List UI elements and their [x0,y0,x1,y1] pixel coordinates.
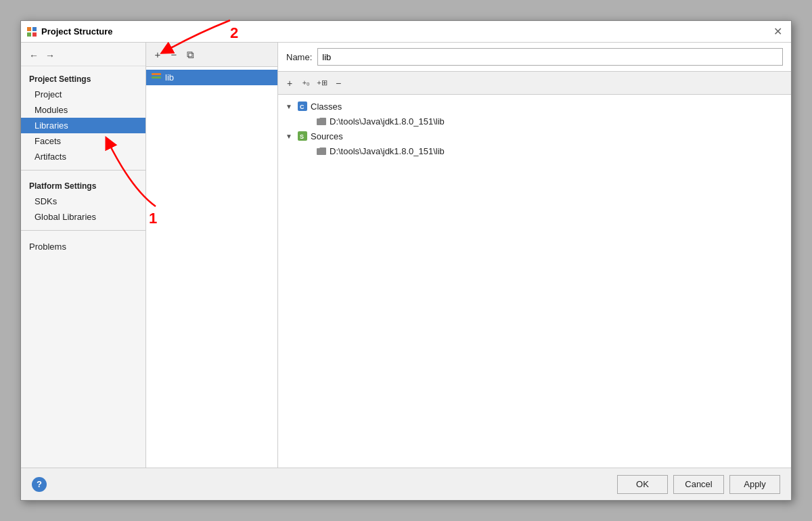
add-path-button[interactable]: + [282,76,297,91]
svg-text:C: C [300,104,304,110]
library-item-lib[interactable]: lib [146,70,277,85]
svg-rect-3 [32,32,37,37]
classes-label: Classes [311,101,342,112]
sources-node[interactable]: ▼ S Sources [278,129,791,143]
sources-icon: S [297,131,308,141]
remove-path-button[interactable]: − [331,76,346,91]
name-input[interactable] [317,48,783,66]
classes-path-item[interactable]: D:\tools\Java\jdk1.8.0_151\lib [278,114,791,129]
forward-button[interactable]: → [43,48,58,63]
classes-child-expand [302,116,313,127]
classes-expand-icon[interactable]: ▼ [284,101,294,112]
sources-path-item[interactable]: D:\tools\Java\jdk1.8.0_151\lib [278,143,791,158]
sidebar-item-modules[interactable]: Modules [21,102,145,118]
sidebar-divider2 [21,230,145,231]
bottom-bar: ? OK Cancel Apply [21,468,791,500]
svg-rect-1 [32,27,37,31]
sidebar-item-artifacts[interactable]: Artifacts [21,149,145,164]
sidebar: ← → Project Settings Project Modules Lib… [21,43,146,468]
sources-path-label: D:\tools\Java\jdk1.8.0_151\lib [330,146,445,156]
close-button[interactable]: ✕ [769,24,786,40]
title-bar: Project Structure ✕ [21,21,791,43]
back-button[interactable]: ← [26,48,41,63]
folder-icon-sources [316,145,327,156]
library-icon [152,73,161,82]
detail-toolbar: + +₀ +⊞ − [278,72,791,95]
sources-label: Sources [311,131,343,141]
classes-node[interactable]: ▼ C Classes [278,99,791,114]
help-button[interactable]: ? [32,477,47,492]
main-panel: + − ⧉ [146,43,791,468]
name-row: Name: [278,43,791,72]
ok-button[interactable]: OK [617,475,668,494]
library-toolbar: + − ⧉ [146,43,277,67]
app-icon [26,26,37,37]
sidebar-item-libraries[interactable]: Libraries [21,118,145,133]
sidebar-divider [21,170,145,171]
svg-rect-0 [27,27,31,31]
detail-panel: Name: + +₀ +⊞ [278,43,791,468]
classes-path-label: D:\tools\Java\jdk1.8.0_151\lib [330,116,445,127]
tree-area: ▼ C Classes [278,95,791,468]
add-jar-button[interactable]: +⊞ [315,76,330,91]
cancel-button[interactable]: Cancel [673,475,724,494]
copy-library-button[interactable]: ⧉ [183,47,198,62]
add-spec-button[interactable]: +₀ [298,76,313,91]
remove-library-button[interactable]: − [166,47,181,62]
platform-settings-label: Platform Settings [21,176,145,194]
classes-icon: C [297,101,308,112]
dialog-title: Project Structure [41,26,112,37]
sidebar-item-facets[interactable]: Facets [21,133,145,149]
sidebar-item-global-libraries[interactable]: Global Libraries [21,209,145,225]
name-label: Name: [286,52,312,62]
sidebar-item-sdks[interactable]: SDKs [21,194,145,209]
sources-child-expand [302,145,313,156]
sources-expand-icon[interactable]: ▼ [284,131,294,141]
sidebar-item-problems[interactable]: Problems [21,236,145,257]
library-list-panel: + − ⧉ [146,43,278,468]
svg-text:S: S [300,133,304,140]
library-list: lib [146,67,277,468]
project-settings-label: Project Settings [21,69,145,87]
sidebar-item-project[interactable]: Project [21,87,145,102]
add-library-button[interactable]: + [150,47,165,62]
apply-button[interactable]: Apply [729,475,780,494]
svg-rect-2 [27,32,31,37]
library-item-label: lib [165,72,174,83]
folder-icon-classes [316,116,327,127]
